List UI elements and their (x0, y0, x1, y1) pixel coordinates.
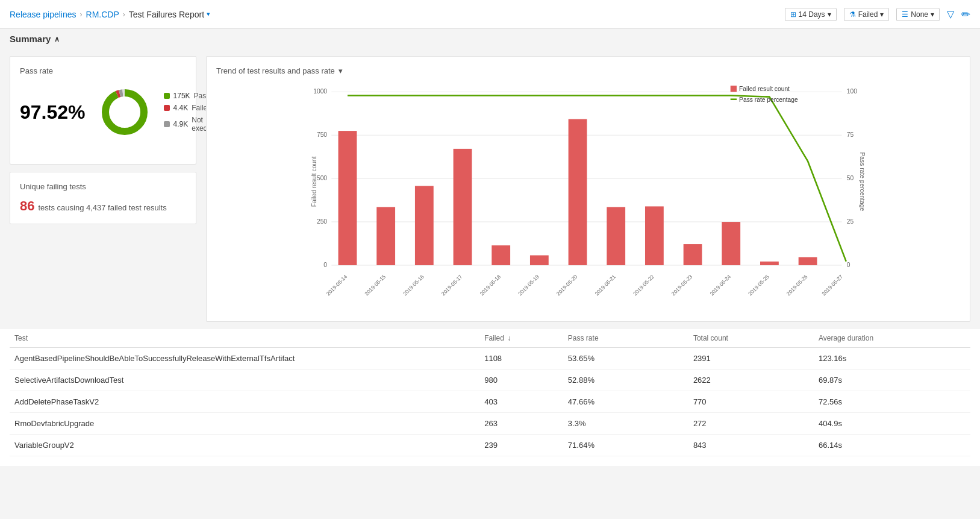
th-total[interactable]: Total count (688, 329, 814, 348)
outcome-label: Failed (858, 10, 878, 19)
cell-total: 770 (688, 391, 814, 413)
cell-passrate: 53.65% (563, 348, 688, 370)
chart-legend-failed-label: Failed result count (739, 86, 790, 92)
breadcrumb-part1[interactable]: Release pipelines (10, 10, 76, 19)
th-avg[interactable]: Average duration (814, 329, 970, 348)
summary-chevron-icon: ∧ (54, 35, 60, 43)
table-row[interactable]: AddDeletePhaseTaskV2 403 47.66% 770 72.5… (10, 391, 970, 413)
bar-7[interactable] (607, 207, 625, 265)
failed-dot (164, 105, 170, 111)
summary-section: Pass rate 97.52% 175K (0, 49, 980, 329)
breadcrumb-part3[interactable]: Test Failures Report ▾ (129, 10, 210, 19)
donut-chart (98, 85, 152, 139)
cell-failed: 263 (479, 413, 563, 435)
unique-tests-description: tests causing 4,437 failed test results (38, 203, 166, 212)
trend-chevron-icon: ▾ (339, 66, 343, 75)
cell-test: AgentBasedPipelineShouldBeAbleToSuccessf… (10, 348, 479, 370)
bar-12[interactable] (799, 257, 817, 265)
chart-legend-failed-box (731, 86, 737, 92)
chart-area: 1000 750 500 250 0 100 75 50 25 0 Failed… (216, 83, 960, 312)
svg-text:0: 0 (323, 262, 327, 268)
table-row[interactable]: AgentBasedPipelineShouldBeAbleToSuccessf… (10, 348, 970, 370)
bar-11[interactable] (760, 262, 779, 265)
table-row[interactable]: SelectiveArtifactsDownloadTest 980 52.88… (10, 370, 970, 391)
table-header: Test Failed ↓ Pass rate Total count Aver… (10, 329, 970, 348)
bar-1[interactable] (376, 207, 395, 265)
pass-rate-card: Pass rate 97.52% 175K (10, 56, 196, 165)
group-icon: ☰ (902, 10, 908, 19)
bar-2[interactable] (415, 186, 434, 265)
cell-total: 2622 (688, 370, 814, 391)
flask-icon: ⚗ (849, 10, 856, 19)
svg-text:250: 250 (317, 218, 327, 225)
outcome-chevron-icon: ▾ (880, 10, 884, 19)
cell-total: 843 (688, 435, 814, 456)
svg-text:2019-05-27: 2019-05-27 (820, 274, 844, 297)
svg-text:2019-05-23: 2019-05-23 (670, 274, 694, 297)
bar-5[interactable] (530, 256, 549, 265)
edit-icon[interactable]: ✏ (961, 8, 970, 21)
bar-8[interactable] (645, 206, 664, 265)
pass-rate-title: Pass rate (20, 66, 186, 75)
svg-text:500: 500 (317, 175, 327, 181)
bar-9[interactable] (684, 244, 702, 265)
table-row[interactable]: VariableGroupV2 239 71.64% 843 66.14s (10, 435, 970, 456)
cell-failed: 239 (479, 435, 563, 456)
cell-total: 272 (688, 413, 814, 435)
calendar-icon: ⊞ (790, 10, 796, 19)
svg-text:2019-05-19: 2019-05-19 (517, 274, 540, 297)
svg-text:2019-05-17: 2019-05-17 (440, 274, 464, 297)
svg-text:2019-05-15: 2019-05-15 (363, 274, 387, 297)
cell-passrate: 52.88% (563, 370, 688, 391)
chart-legend-pass-label: Pass rate percentage (739, 96, 798, 103)
unique-tests-count: 86 (20, 198, 34, 213)
pass-rate-value: 97.52% (20, 101, 86, 124)
table-body: AgentBasedPipelineShouldBeAbleToSuccessf… (10, 348, 970, 456)
table-section: Test Failed ↓ Pass rate Total count Aver… (0, 329, 980, 466)
cell-failed: 980 (479, 370, 563, 391)
group-filter-button[interactable]: ☰ None ▾ (896, 8, 940, 21)
svg-text:50: 50 (847, 175, 854, 181)
passed-dot (164, 93, 170, 99)
unique-tests-card: Unique failing tests 86tests causing 4,4… (10, 172, 196, 224)
th-test[interactable]: Test (10, 329, 479, 348)
svg-text:Failed result count: Failed result count (311, 156, 317, 207)
svg-text:2019-05-24: 2019-05-24 (709, 274, 732, 297)
period-label: 14 Days (799, 10, 825, 19)
svg-text:2019-05-16: 2019-05-16 (402, 274, 425, 297)
failed-count: 4.4K (173, 104, 189, 112)
cell-test: RmoDevfabricUpgrade (10, 413, 479, 435)
data-table: Test Failed ↓ Pass rate Total count Aver… (10, 329, 970, 456)
summary-header[interactable]: Summary ∧ (0, 29, 980, 49)
bar-3[interactable] (454, 149, 472, 265)
breadcrumb-sep1: › (80, 10, 83, 19)
not-executed-dot (164, 121, 170, 127)
filter-button[interactable]: ▽ (947, 8, 954, 20)
outcome-filter-button[interactable]: ⚗ Failed ▾ (844, 8, 890, 21)
th-failed[interactable]: Failed ↓ (479, 329, 563, 348)
cell-avgduration: 72.56s (814, 391, 970, 413)
th-passrate[interactable]: Pass rate (563, 329, 688, 348)
svg-text:100: 100 (847, 88, 857, 95)
cell-passrate: 47.66% (563, 391, 688, 413)
breadcrumb: Release pipelines › RM.CDP › Test Failur… (10, 10, 210, 19)
bar-0[interactable] (339, 131, 357, 265)
bar-6[interactable] (569, 119, 587, 265)
cell-avgduration: 69.87s (814, 370, 970, 391)
unique-tests-text: 86tests causing 4,437 failed test result… (20, 198, 186, 214)
bar-4[interactable] (492, 245, 510, 265)
bar-10[interactable] (722, 222, 740, 265)
period-chevron-icon: ▾ (828, 10, 831, 19)
cell-passrate: 71.64% (563, 435, 688, 456)
cell-avgduration: 404.9s (814, 413, 970, 435)
trend-card: Trend of test results and pass rate ▾ 10… (206, 56, 970, 322)
cell-test: SelectiveArtifactsDownloadTest (10, 370, 479, 391)
svg-text:2019-05-14: 2019-05-14 (325, 274, 349, 297)
pass-rate-content: 97.52% 175K Passed (20, 85, 186, 139)
table-row[interactable]: RmoDevfabricUpgrade 263 3.3% 272 404.9s (10, 413, 970, 435)
toolbar: ⊞ 14 Days ▾ ⚗ Failed ▾ ☰ None ▾ ▽ ✏ (785, 8, 970, 21)
breadcrumb-part2[interactable]: RM.CDP (86, 10, 119, 19)
cell-avgduration: 66.14s (814, 435, 970, 456)
period-filter-button[interactable]: ⊞ 14 Days ▾ (785, 8, 837, 21)
trend-title[interactable]: Trend of test results and pass rate ▾ (216, 66, 960, 75)
